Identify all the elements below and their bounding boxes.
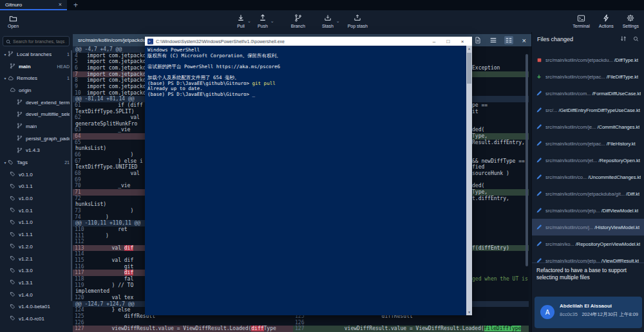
- tab-close-icon[interactable]: ×: [59, 1, 62, 8]
- diff-line: 126: [73, 320, 293, 326]
- scroll-thumb[interactable]: [467, 53, 471, 84]
- branch-icon: [17, 135, 23, 142]
- terminal-scrollbar[interactable]: ▲ ▼: [466, 46, 472, 315]
- sidebar-item-origin[interactable]: origin: [0, 84, 73, 97]
- modified-file-icon: [536, 207, 542, 214]
- minimize-button[interactable]: –: [427, 39, 441, 44]
- sidebar-item-v1-2-1[interactable]: v1.2.1: [0, 253, 73, 265]
- modified-file-icon: [536, 90, 542, 97]
- close-diff-icon[interactable]: ×: [522, 37, 526, 44]
- split-view-icon[interactable]: [504, 36, 513, 44]
- sidebar-item-devel-extend-termina[interactable]: devel_extend_termina: [0, 97, 73, 109]
- sidebar-scrollbar[interactable]: [71, 50, 72, 301]
- terminal-line: (base) PS D:\JavaEE\github\Gitnuro> _: [147, 92, 464, 98]
- sidebar-item-v1-4-0[interactable]: v1.4.0: [0, 289, 73, 301]
- tab-title: Gitnuro: [5, 2, 22, 8]
- diff-scrollbar[interactable]: [526, 54, 528, 266]
- author-name: Abdelilah El Aissaoui: [560, 303, 612, 309]
- sidebar-item-devel-multifile-select[interactable]: devel_multifile_select: [0, 108, 73, 120]
- stash-dropdown-icon[interactable]: ⌄: [336, 19, 340, 24]
- folder-icon: [9, 15, 17, 23]
- sidebar-item-tags[interactable]: ▾Tags21: [0, 156, 73, 169]
- sidebar-item-v1-1-0[interactable]: v1.1.0: [0, 217, 73, 229]
- file-row--historyviewmodel-kt[interactable]: src/main/kotlin/com/j... /HistoryViewMod…: [532, 219, 644, 235]
- pull-button[interactable]: Pull: [237, 14, 245, 28]
- tag-icon: [10, 243, 16, 250]
- commit-hash: 8cc0c35: [560, 311, 578, 318]
- terminal-button[interactable]: Terminal: [573, 15, 589, 28]
- file-document-icon[interactable]: [473, 36, 482, 44]
- sort-icon[interactable]: [620, 35, 627, 43]
- chevron-down-icon[interactable]: ▾: [3, 52, 8, 57]
- new-tab-button[interactable]: +: [67, 0, 84, 10]
- sidebar-item-v1-4-3[interactable]: v1.4.3: [0, 145, 73, 157]
- unified-view-icon[interactable]: [489, 36, 498, 44]
- chevron-down-icon[interactable]: ▾: [3, 160, 8, 165]
- tag-icon: [10, 304, 16, 310]
- search-box[interactable]: [3, 36, 70, 46]
- sidebar-item-v1-3-1[interactable]: v1.3.1: [0, 277, 73, 289]
- cloud-icon: [8, 75, 14, 82]
- sidebar-item-persist-graph-paddin[interactable]: persist_graph_paddin: [0, 133, 73, 145]
- push-icon: [259, 14, 267, 23]
- file-row--diffviewmodel-kt[interactable]: src/main/kotlin/com/jetp... /DiffViewMod…: [532, 202, 644, 219]
- maximize-button[interactable]: □: [441, 39, 455, 44]
- scroll-up-icon[interactable]: ▲: [466, 46, 472, 51]
- actions-button[interactable]: Actions: [599, 14, 614, 28]
- sidebar-item-v1-1-1[interactable]: v1.1.1: [0, 228, 73, 241]
- sidebar-item-v1-2-0[interactable]: v1.2.0: [0, 241, 73, 253]
- pop-stash-button[interactable]: Pop stash: [348, 14, 368, 28]
- file-row--formatdiffusecase-kt[interactable]: src/main/kotlin/com... /FormatDiffUseCas…: [532, 85, 644, 102]
- pull-dropdown-icon[interactable]: ⌄: [247, 19, 251, 24]
- file-row--filedifftype-kt[interactable]: +src/main/kotlin/com/jetpac... /FileDiff…: [532, 68, 644, 85]
- sidebar-item-v0-1-0[interactable]: v0.1.0: [0, 169, 73, 181]
- sidebar-item-v1-0-0[interactable]: v1.0.0: [0, 192, 73, 205]
- sidebar-item-local-branches[interactable]: ▾Local branches1: [0, 48, 73, 60]
- file-row--uncommitedchanges-kt[interactable]: src/main/kotlin/co... /UncommitedChanges…: [532, 169, 644, 185]
- push-dropdown-icon[interactable]: ⌄: [270, 19, 274, 24]
- stash-button[interactable]: Stash: [322, 14, 334, 28]
- file-row--repositoryopenviewmodel-kt[interactable]: src/main/ko... /RepositoryOpenViewModel.…: [532, 235, 644, 252]
- gear-icon: [627, 14, 634, 23]
- file-row--commitchanges-kt[interactable]: src/main/kotlin/com/je... /CommitChanges…: [532, 118, 644, 135]
- diff-line: 127 viewDiffResult.value = ViewDiffResul…: [73, 326, 293, 332]
- search-input[interactable]: [13, 39, 66, 44]
- file-row--filehistory-kt[interactable]: src/main/kotlin/com/jetpac... /FileHisto…: [532, 135, 644, 152]
- settings-button[interactable]: Settings: [623, 14, 639, 28]
- push-button[interactable]: Push: [258, 14, 268, 28]
- sidebar-item-main[interactable]: main: [0, 120, 73, 133]
- powershell-titlebar[interactable]: >_ C:\Windows\System32\WindowsPowerShell…: [145, 37, 472, 46]
- modified-file-icon: [536, 190, 542, 197]
- chevron-down-icon[interactable]: ▾: [3, 76, 8, 80]
- sidebar-item-v0-1-1[interactable]: v0.1.1: [0, 181, 73, 193]
- sidebar-item-remotes[interactable]: ▾Remotes1: [0, 72, 73, 84]
- pull-icon: [237, 14, 245, 23]
- open-button[interactable]: Open: [8, 15, 19, 28]
- scroll-down-icon[interactable]: ▼: [466, 309, 472, 315]
- modified-file-icon: [536, 124, 542, 130]
- file-row--getdiffentryfromdifftypeusecase-kt[interactable]: src/... /GetDiffEntryFromDiffTypeUseCase…: [532, 102, 644, 118]
- sidebar-item-v1-3-0[interactable]: v1.3.0: [0, 264, 73, 277]
- files-search-icon[interactable]: [633, 36, 639, 43]
- sidebar-item-v1-4-0-rc01[interactable]: v1.4.0-rc01: [0, 313, 73, 325]
- sidebar-item-main[interactable]: mainHEAD: [0, 60, 73, 73]
- toolbar: Open Pull ⌄ Push ⌄ Branch Stash ⌄: [0, 10, 644, 34]
- commit-author-card[interactable]: A Abdelilah El Aissaoui 8cc0c35 2024年12月…: [535, 297, 642, 328]
- powershell-window[interactable]: >_ C:\Windows\System32\WindowsPowerShell…: [145, 37, 472, 315]
- branch-button[interactable]: Branch: [291, 14, 305, 28]
- file-row--repositoryopen-kt[interactable]: src/main/kotlin/com/jet... /RepositoryOp…: [532, 152, 644, 169]
- branch-icon: [17, 99, 23, 106]
- tab-gitnuro[interactable]: Gitnuro ×: [0, 0, 67, 10]
- powershell-output: Windows PowerShell版权所有 (C) Microsoft Cor…: [145, 46, 472, 315]
- file-row--difftype-kt[interactable]: src/main/kotlin/com/jetpackdu... /DiffTy…: [532, 51, 644, 68]
- tag-icon: [10, 255, 16, 262]
- head-badge: HEAD: [57, 64, 70, 69]
- close-button[interactable]: ×: [455, 39, 469, 44]
- branches-tree: ▾Local branches1mainHEAD▾Remotes1origind…: [0, 48, 73, 325]
- tag-icon: [10, 268, 16, 274]
- sidebar-item-v1-0-1[interactable]: v1.0.1: [0, 205, 73, 217]
- file-row--diff-kt[interactable]: src/main/kotlin/com/jetpackduba/git... /…: [532, 185, 644, 202]
- gitnuro-app: Gitnuro × + Open Pull ⌄ Push ⌄: [0, 0, 644, 332]
- avatar: A: [540, 305, 554, 319]
- sidebar-item-v1-4-0-beta01[interactable]: v1.4.0-beta01: [0, 300, 73, 313]
